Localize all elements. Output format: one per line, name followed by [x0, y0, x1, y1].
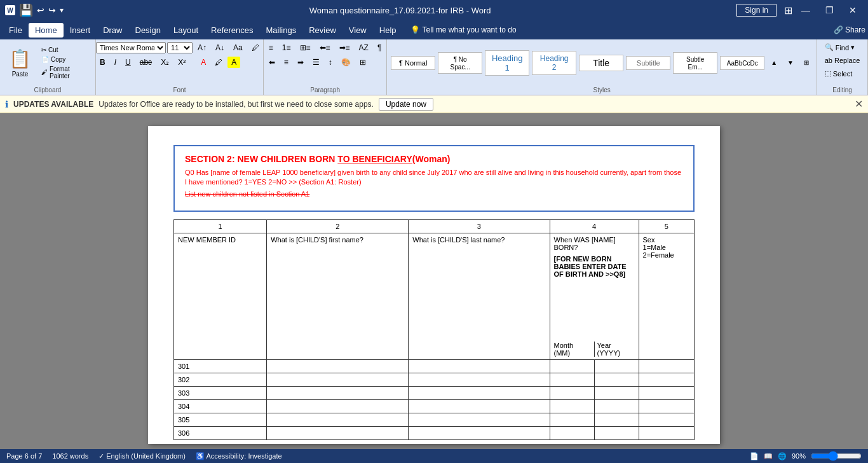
superscript-button[interactable]: X² [174, 57, 189, 68]
minimize-button[interactable]: — [795, 4, 817, 17]
style-subtitle[interactable]: Subtitle [626, 56, 670, 70]
status-bar: Page 6 of 7 1062 words ✓ English (United… [0, 449, 868, 463]
highlight-button[interactable]: 🖊 [211, 57, 226, 68]
strikethrough-button[interactable]: abc [136, 57, 156, 68]
sort-button[interactable]: AZ [355, 42, 372, 53]
line-spacing-button[interactable]: ↕ [325, 57, 336, 68]
sign-in-button[interactable]: Sign in [736, 4, 776, 17]
align-center-button[interactable]: ≡ [280, 57, 292, 68]
paste-label: Paste [12, 71, 29, 78]
format-painter-label: Format Painter [50, 66, 88, 79]
clear-format-button[interactable]: 🖊 [248, 42, 263, 53]
find-label: Find [836, 44, 849, 52]
find-button[interactable]: 🔍 Find ▾ [821, 42, 858, 53]
paste-button[interactable]: 📋 Paste [4, 46, 36, 80]
clipboard-label: Clipboard [34, 86, 62, 93]
bullet-list-button[interactable]: ≡ [265, 42, 277, 53]
menu-help[interactable]: Help [373, 23, 403, 38]
multilevel-list-button[interactable]: ⊞≡ [296, 42, 315, 53]
quick-save-icon[interactable]: 💾 [19, 3, 33, 17]
change-case-button[interactable]: Aa [229, 42, 247, 53]
row-304-last [409, 399, 550, 413]
language-indicator: ✓ English (United Kingdom) [98, 452, 186, 460]
shading-para-button[interactable]: 🎨 [337, 57, 355, 68]
close-button[interactable]: ✕ [843, 4, 863, 17]
decrease-font-button[interactable]: A↓ [212, 42, 228, 53]
align-left-button[interactable]: ⬅ [265, 57, 279, 68]
layout-icon[interactable]: ⊞ [784, 4, 792, 17]
align-right-button[interactable]: ➡ [294, 57, 308, 68]
menu-view[interactable]: View [342, 23, 373, 38]
styles-scroll-up[interactable]: ▲ [767, 58, 781, 67]
replace-button[interactable]: ab Replace [821, 55, 864, 66]
tell-me-input[interactable]: Tell me what you want to do [423, 25, 517, 34]
restore-button[interactable]: ❐ [819, 4, 840, 17]
style-title[interactable]: Title [579, 55, 623, 71]
style-normal[interactable]: ¶ Normal [391, 56, 435, 70]
subscript-button[interactable]: X₂ [157, 57, 173, 68]
menu-draw[interactable]: Draw [97, 23, 128, 38]
view-web-icon[interactable]: 🌐 [778, 452, 787, 460]
italic-button[interactable]: I [111, 57, 120, 68]
justify-button[interactable]: ☰ [309, 57, 323, 68]
accessibility-info[interactable]: ♿ Accessibility: Investigate [196, 452, 282, 460]
update-close-button[interactable]: ✕ [855, 98, 863, 110]
style-subtle-em[interactable]: Subtle Em... [673, 52, 717, 74]
view-normal-icon[interactable]: 📄 [750, 452, 759, 460]
menu-home[interactable]: Home [29, 23, 64, 38]
cut-icon: ✂ [41, 46, 46, 53]
find-icon: 🔍 [825, 43, 834, 52]
styles-scroll-down[interactable]: ▼ [783, 58, 797, 67]
increase-indent-button[interactable]: ➡≡ [336, 42, 354, 53]
menu-file[interactable]: File [3, 23, 29, 38]
style-subtitle-label: Subtitle [637, 59, 660, 67]
view-read-icon[interactable]: 📖 [764, 452, 773, 460]
paragraph-label: Paragraph [310, 86, 340, 93]
numbered-list-button[interactable]: 1≡ [278, 42, 295, 53]
font-size-select[interactable]: 11 [167, 42, 193, 53]
show-marks-button[interactable]: ¶ [374, 42, 385, 53]
format-painter-button[interactable]: 🖌 Format Painter [39, 65, 90, 80]
underline-button[interactable]: U [121, 57, 135, 68]
style-aabbcc-label: AaBbCcDc [727, 60, 758, 67]
styles-expand[interactable]: ⊞ [800, 58, 813, 67]
style-heading2[interactable]: Heading 2 [532, 51, 576, 75]
style-heading1[interactable]: Heading 1 [485, 50, 529, 76]
row-302-id: 302 [174, 373, 267, 386]
shading-button[interactable]: A [227, 57, 240, 68]
redo-icon[interactable]: ↪ [48, 5, 56, 15]
update-bar: ℹ UPDATES AVAILABLE Updates for Office a… [0, 95, 868, 113]
undo-icon[interactable]: ↩ [37, 5, 44, 15]
section-q0: Q0 Has [name of female LEAP 1000 benefic… [185, 168, 683, 188]
menu-references[interactable]: References [205, 23, 259, 38]
text-color-button[interactable]: A [197, 57, 210, 68]
row-305-month [550, 413, 594, 426]
bold-button[interactable]: B [96, 57, 109, 68]
copy-button[interactable]: 📄 Copy [39, 55, 90, 64]
col-5-header: 5 [639, 219, 694, 233]
cut-button[interactable]: ✂ Cut [39, 46, 90, 54]
style-aabbcc[interactable]: AaBbCcDc [720, 56, 764, 70]
menu-mailings[interactable]: Mailings [260, 23, 303, 38]
row-303-month [550, 386, 594, 399]
section-title-underline: TO BENEFICIARY [337, 154, 412, 164]
share-button[interactable]: 🔗 Share [834, 25, 865, 34]
menu-insert[interactable]: Insert [64, 23, 97, 38]
borders-button[interactable]: ⊞ [356, 57, 370, 68]
increase-font-button[interactable]: A↑ [194, 42, 210, 53]
font-name-select[interactable]: Times New Roma [96, 42, 166, 53]
menu-design[interactable]: Design [129, 23, 167, 38]
select-label: Select [833, 70, 853, 78]
menu-review[interactable]: Review [302, 23, 342, 38]
row-305-id: 305 [174, 413, 267, 426]
page-info: Page 6 of 7 [6, 452, 42, 460]
select-button[interactable]: ⬚ Select [821, 68, 857, 79]
menu-layout[interactable]: Layout [167, 23, 205, 38]
font-label: Font [173, 86, 186, 93]
decrease-indent-button[interactable]: ⬅≡ [316, 42, 334, 53]
title-bar-controls: Sign in ⊞ — ❐ ✕ [736, 4, 863, 17]
customize-icon[interactable]: ▾ [60, 6, 64, 15]
style-no-spacing[interactable]: ¶ No Spac... [438, 52, 482, 74]
zoom-slider[interactable] [811, 451, 862, 461]
update-now-button[interactable]: Update now [379, 98, 433, 111]
